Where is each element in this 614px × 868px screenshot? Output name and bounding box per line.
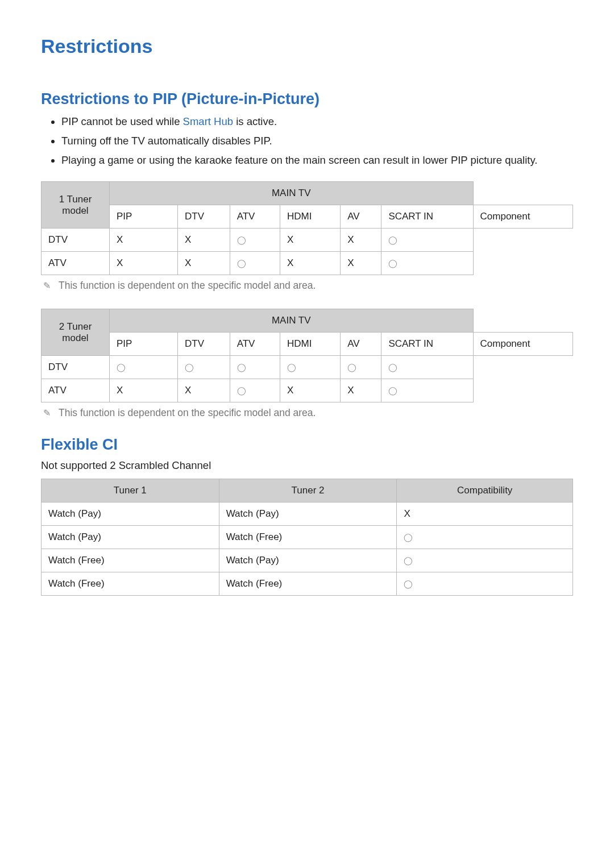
row-label: ATV — [42, 252, 110, 275]
flex-header: Tuner 2 — [219, 479, 397, 502]
note-text: This function is dependent on the specif… — [59, 280, 316, 292]
table-col: Component — [473, 205, 572, 229]
table-col: ATV — [230, 333, 280, 356]
cell: Watch (Pay) — [42, 526, 219, 549]
cell: Watch (Free) — [219, 526, 397, 549]
cell: X — [397, 502, 573, 526]
cell: X — [178, 229, 230, 252]
cell: X — [178, 252, 230, 275]
pip-bullets: PIP cannot be used while Smart Hub is ac… — [41, 114, 573, 168]
bullet-text: Turning off the TV automatically disable… — [61, 135, 272, 147]
cell: X — [280, 379, 340, 402]
cell: ◯ — [230, 252, 280, 275]
cell: ◯ — [230, 229, 280, 252]
table-col: ATV — [230, 205, 280, 229]
bullet-text: PIP cannot be used while — [61, 115, 183, 127]
note-text: This function is dependent on the specif… — [59, 407, 316, 419]
pencil-icon: ✎ — [43, 280, 51, 291]
flex-header: Tuner 1 — [42, 479, 219, 502]
table-col: SCART IN — [381, 333, 473, 356]
cell: Watch (Free) — [42, 549, 219, 572]
cell: X — [110, 229, 178, 252]
cell: ◯ — [397, 549, 573, 572]
cell: ◯ — [381, 379, 473, 402]
cell: ◯ — [178, 356, 230, 379]
table-col: Component — [473, 333, 572, 356]
table-row: Watch (Pay)Watch (Free)◯ — [42, 526, 573, 549]
cell: X — [341, 229, 381, 252]
cell: Watch (Pay) — [219, 502, 397, 526]
table-row: Watch (Free)Watch (Free)◯ — [42, 572, 573, 596]
cell: ◯ — [230, 356, 280, 379]
row-label: DTV — [42, 229, 110, 252]
table-row: DTV◯◯◯◯◯◯ — [42, 356, 573, 379]
row-label: DTV — [42, 356, 110, 379]
cell: X — [110, 379, 178, 402]
table-row: ATVXX◯XX◯ — [42, 252, 573, 275]
cell: Watch (Pay) — [42, 502, 219, 526]
cell: X — [280, 252, 340, 275]
table-main-header: MAIN TV — [110, 182, 474, 205]
flexci-subtext: Not supported 2 Scrambled Channel — [41, 459, 573, 472]
note-2: ✎ This function is dependent on the spec… — [41, 407, 573, 419]
cell: X — [110, 252, 178, 275]
bullet-text: Playing a game or using the karaoke feat… — [61, 154, 537, 166]
pip-table-1tuner: 1 Tuner model MAIN TV PIP DTV ATV HDMI A… — [41, 181, 573, 275]
cell: X — [341, 252, 381, 275]
table-main-header: MAIN TV — [110, 309, 474, 333]
pip-table-2tuner: 2 Tuner model MAIN TV PIP DTV ATV HDMI A… — [41, 309, 573, 402]
table-row-title: PIP — [110, 333, 178, 356]
table-col: DTV — [178, 205, 230, 229]
table-row: DTVXX◯XX◯ — [42, 229, 573, 252]
bullet-item: PIP cannot be used while Smart Hub is ac… — [61, 114, 573, 130]
bullet-bold: Smart Hub — [183, 115, 233, 127]
section-pip-title: Restrictions to PIP (Picture-in-Picture) — [41, 90, 573, 108]
table-col: HDMI — [280, 205, 340, 229]
cell: ◯ — [381, 356, 473, 379]
cell: ◯ — [280, 356, 340, 379]
cell: X — [341, 379, 381, 402]
cell: ◯ — [341, 356, 381, 379]
cell: ◯ — [397, 526, 573, 549]
cell: ◯ — [381, 229, 473, 252]
cell: ◯ — [381, 252, 473, 275]
cell: Watch (Free) — [219, 572, 397, 596]
table-col: HDMI — [280, 333, 340, 356]
flexci-table: Tuner 1 Tuner 2 Compatibility Watch (Pay… — [41, 479, 573, 596]
flex-header: Compatibility — [397, 479, 573, 502]
page-title: Restrictions — [41, 35, 573, 57]
table-row: Watch (Free)Watch (Pay)◯ — [42, 549, 573, 572]
cell: ◯ — [110, 356, 178, 379]
cell: X — [178, 379, 230, 402]
bullet-item: Playing a game or using the karaoke feat… — [61, 152, 573, 168]
cell: X — [280, 229, 340, 252]
table-row: Watch (Pay)Watch (Pay)X — [42, 502, 573, 526]
cell: ◯ — [230, 379, 280, 402]
note-1: ✎ This function is dependent on the spec… — [41, 280, 573, 292]
row-label: ATV — [42, 379, 110, 402]
table-row-title: PIP — [110, 205, 178, 229]
table-corner: 1 Tuner model — [42, 182, 110, 229]
bullet-text: is active. — [233, 115, 277, 127]
table-col: SCART IN — [381, 205, 473, 229]
section-flexci-title: Flexible CI — [41, 436, 573, 454]
table-col: AV — [341, 205, 381, 229]
table-col: AV — [341, 333, 381, 356]
table-col: DTV — [178, 333, 230, 356]
pencil-icon: ✎ — [43, 408, 51, 418]
cell: Watch (Free) — [42, 572, 219, 596]
cell: Watch (Pay) — [219, 549, 397, 572]
bullet-item: Turning off the TV automatically disable… — [61, 133, 573, 149]
table-row: ATVXX◯XX◯ — [42, 379, 573, 402]
cell: ◯ — [397, 572, 573, 596]
table-corner: 2 Tuner model — [42, 309, 110, 356]
